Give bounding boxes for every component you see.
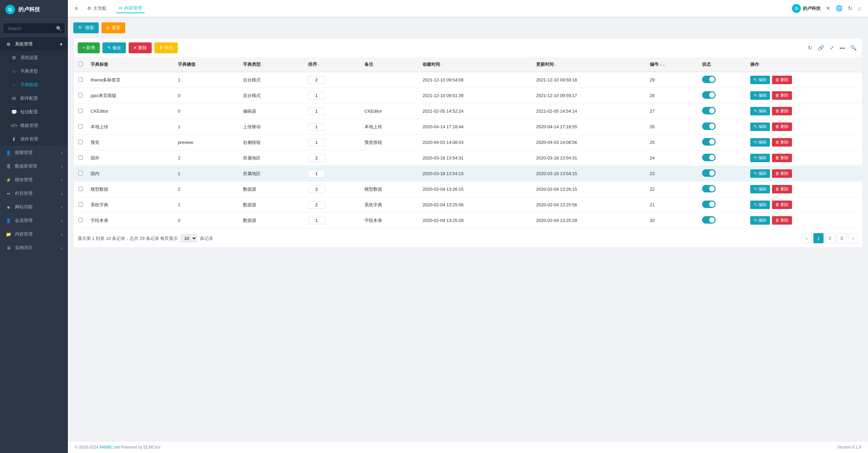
page-button-1[interactable]: 1	[813, 233, 824, 243]
home-icon[interactable]: ⌂	[858, 5, 861, 12]
rank-input[interactable]	[308, 154, 325, 162]
rank-input[interactable]	[308, 92, 325, 99]
row-checkbox[interactable]	[78, 77, 83, 82]
hamburger-icon[interactable]: ≡	[75, 5, 78, 12]
rank-input[interactable]	[308, 76, 325, 84]
row-edit-button[interactable]: ✎ 编辑	[750, 122, 770, 131]
row-delete-button[interactable]: 🗑 删除	[772, 122, 792, 131]
rank-input[interactable]	[308, 108, 325, 115]
sidebar-item-column-mgmt[interactable]: ▪▪ 栏目管理 ‹	[0, 187, 68, 200]
status-toggle[interactable]	[702, 107, 716, 114]
close-icon[interactable]: ✕	[826, 5, 830, 12]
edit-button[interactable]: ✎ 修改	[102, 42, 126, 53]
row-delete-button[interactable]: 🗑 删除	[772, 107, 792, 115]
sidebar-item-sms-config[interactable]: 💬 短信配置	[0, 105, 68, 119]
row-delete-button[interactable]: 🗑 删除	[772, 76, 792, 84]
row-checkbox[interactable]	[78, 109, 83, 113]
refresh-icon[interactable]: ↻	[848, 5, 852, 12]
search-button[interactable]: 🔍	[56, 26, 62, 31]
topbar-nav-main[interactable]: ⚙ 主导航	[84, 4, 109, 13]
row-edit-button[interactable]: ✎ 编辑	[750, 91, 770, 100]
prev-page-button[interactable]: ‹	[802, 233, 812, 243]
copyright-link[interactable]: 848981.net	[99, 445, 120, 450]
link-icon[interactable]: 🔗	[816, 43, 826, 52]
per-page-select[interactable]: 10 20 50	[181, 234, 197, 243]
row-edit-button[interactable]: ✎ 编辑	[750, 169, 770, 178]
col-type[interactable]: 字典类型	[240, 57, 305, 72]
status-toggle[interactable]	[702, 138, 716, 146]
delete-button[interactable]: ✕ 删除	[129, 42, 152, 53]
col-updated[interactable]: 更新时间	[533, 57, 646, 72]
row-checkbox[interactable]	[78, 202, 83, 207]
reset-button[interactable]: ↻ 重置	[101, 22, 125, 33]
add-button[interactable]: + 新增	[78, 42, 100, 53]
page-button-3[interactable]: 3	[836, 233, 847, 243]
row-edit-button[interactable]: ✎ 编辑	[750, 138, 770, 147]
row-delete-button[interactable]: 🗑 删除	[772, 201, 792, 209]
col-id[interactable]: 编号 ↓	[646, 57, 699, 72]
row-delete-button[interactable]: 🗑 删除	[772, 185, 792, 193]
row-delete-button[interactable]: 🗑 删除	[772, 216, 792, 225]
row-checkbox[interactable]	[78, 187, 83, 191]
row-delete-button[interactable]: 🗑 删除	[772, 154, 792, 162]
row-delete-button[interactable]: 🗑 删除	[772, 91, 792, 100]
rank-input[interactable]	[308, 170, 325, 177]
sidebar-item-template-mgmt[interactable]: </> 模板管理	[0, 119, 68, 132]
row-edit-button[interactable]: ✎ 编辑	[750, 107, 770, 115]
col-rank[interactable]: 排序	[305, 57, 361, 72]
status-toggle[interactable]	[702, 91, 716, 99]
sidebar-item-dict-type[interactable]: ○ 字典类型	[0, 64, 68, 78]
next-page-button[interactable]: ›	[848, 233, 858, 243]
sidebar-item-db-mgmt[interactable]: 🗄 数据库管理 ‹	[0, 159, 68, 173]
sidebar-item-content-mgmt[interactable]: 📁 内容管理 ‹	[0, 227, 68, 241]
col-value[interactable]: 字典键值	[174, 57, 240, 72]
sidebar-item-dict-data[interactable]: ○ 字典数据	[0, 78, 68, 92]
refresh-table-icon[interactable]: ↻	[807, 43, 814, 52]
search-table-icon[interactable]: 🔍	[849, 43, 858, 52]
row-checkbox[interactable]	[78, 93, 83, 97]
page-button-2[interactable]: 2	[825, 233, 835, 243]
status-toggle[interactable]	[702, 216, 716, 224]
sidebar-item-demo[interactable]: 🖥 实例演示 ‹	[0, 241, 68, 254]
row-edit-button[interactable]: ✎ 编辑	[750, 201, 770, 209]
rank-input[interactable]	[308, 217, 325, 224]
sidebar-item-mail-config[interactable]: ✉ 邮件配置	[0, 92, 68, 105]
sidebar-item-system-settings[interactable]: ⚙ 系统设置	[0, 51, 68, 64]
rank-input[interactable]	[308, 139, 325, 146]
sidebar-item-system-mgmt[interactable]: ⚙ 系统管理 ▾	[0, 37, 68, 51]
topbar-nav-content[interactable]: ▪▪ 内容管理	[116, 4, 144, 13]
sidebar-item-member-mgmt[interactable]: 👤 会员管理 ‹	[0, 214, 68, 227]
row-edit-button[interactable]: ✎ 编辑	[750, 216, 770, 225]
columns-icon[interactable]: ▪▪▪	[838, 44, 846, 52]
row-edit-button[interactable]: ✎ 编辑	[750, 154, 770, 162]
export-button[interactable]: ⬇ 导出	[154, 42, 178, 53]
status-toggle[interactable]	[702, 76, 716, 83]
row-checkbox[interactable]	[78, 171, 83, 175]
row-delete-button[interactable]: 🗑 删除	[772, 169, 792, 178]
row-edit-button[interactable]: ✎ 编辑	[750, 76, 770, 84]
row-checkbox[interactable]	[78, 140, 83, 144]
rank-input[interactable]	[308, 186, 325, 193]
status-toggle[interactable]	[702, 201, 716, 208]
row-checkbox[interactable]	[78, 124, 83, 129]
sidebar-item-module-mgmt[interactable]: ⚡ 模块管理 ‹	[0, 173, 68, 187]
row-edit-button[interactable]: ✎ 编辑	[750, 185, 770, 193]
globe-icon[interactable]: 🌐	[836, 5, 843, 12]
search-input[interactable]	[3, 23, 64, 33]
row-checkbox[interactable]	[78, 155, 83, 160]
col-created[interactable]: 创建时间	[419, 57, 533, 72]
rank-input[interactable]	[308, 201, 325, 209]
select-all-checkbox[interactable]	[78, 62, 83, 66]
sidebar-item-site-func[interactable]: ◈ 网站功能 ‹	[0, 200, 68, 214]
row-delete-button[interactable]: 🗑 删除	[772, 138, 792, 147]
search-button[interactable]: 🔍 搜索	[73, 22, 99, 33]
status-toggle[interactable]	[702, 122, 716, 130]
rank-input[interactable]	[308, 123, 325, 131]
status-toggle[interactable]	[702, 154, 716, 161]
sidebar-item-plugin-mgmt[interactable]: ⬇ 插件管理	[0, 132, 68, 146]
status-toggle[interactable]	[702, 169, 716, 177]
row-checkbox[interactable]	[78, 218, 83, 222]
status-toggle[interactable]	[702, 185, 716, 192]
expand-icon[interactable]: ⤢	[828, 43, 835, 52]
sidebar-item-perm-mgmt[interactable]: 👤 权限管理 ‹	[0, 146, 68, 159]
